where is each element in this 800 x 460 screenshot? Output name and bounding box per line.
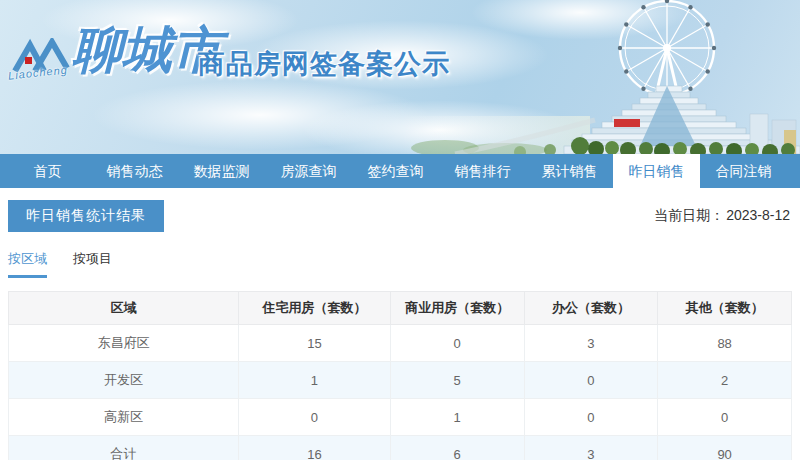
nav-item[interactable]: 昨日销售 <box>613 154 700 188</box>
site-title: 商品房网签备案公示 <box>198 46 450 82</box>
table-cell: 88 <box>658 325 792 362</box>
tab[interactable]: 按项目 <box>73 250 112 278</box>
table-header-cell: 其他（套数） <box>658 292 792 325</box>
table-cell: 0 <box>239 399 391 436</box>
table-row: 高新区0100 <box>9 399 792 436</box>
current-date-label: 当前日期： <box>654 207 724 223</box>
table-header-row: 区域住宅用房（套数）商业用房（套数）办公（套数）其他（套数） <box>9 292 792 325</box>
table-cell: 0 <box>390 325 524 362</box>
table-cell: 90 <box>658 436 792 460</box>
table-header-cell: 商业用房（套数） <box>390 292 524 325</box>
nav-item[interactable]: 销售排行 <box>439 154 526 188</box>
table-cell: 高新区 <box>9 399 239 436</box>
nav-item[interactable]: 房源查询 <box>265 154 352 188</box>
tab[interactable]: 按区域 <box>8 250 47 278</box>
table-header-cell: 办公（套数） <box>524 292 658 325</box>
nav-item[interactable]: 合同注销 <box>700 154 787 188</box>
nav-item[interactable]: 累计销售 <box>526 154 613 188</box>
nav-item[interactable]: 首页 <box>4 154 91 188</box>
table-cell: 3 <box>524 436 658 460</box>
table-cell: 1 <box>239 362 391 399</box>
table-cell: 6 <box>390 436 524 460</box>
ferris-wheel-illustration <box>400 0 800 154</box>
table-cell: 合计 <box>9 436 239 460</box>
table-cell: 0 <box>524 399 658 436</box>
view-tabs: 按区域按项目 <box>8 250 800 278</box>
nav-item[interactable]: 数据监测 <box>178 154 265 188</box>
table-cell: 15 <box>239 325 391 362</box>
table-header-cell: 住宅用房（套数） <box>239 292 391 325</box>
page: Liaocheng 聊城市 商品房网签备案公示 首页销售动态数据监测房源查询签约… <box>0 0 800 460</box>
table-cell: 2 <box>658 362 792 399</box>
table-row: 合计166390 <box>9 436 792 460</box>
section-title-badge: 昨日销售统计结果 <box>8 200 164 232</box>
table-cell: 16 <box>239 436 391 460</box>
table-cell: 东昌府区 <box>9 325 239 362</box>
nav-item[interactable]: 销售动态 <box>91 154 178 188</box>
current-date: 当前日期：2023-8-12 <box>652 207 790 225</box>
table-cell: 0 <box>658 399 792 436</box>
table-header-cell: 区域 <box>9 292 239 325</box>
nav-item[interactable]: 签约查询 <box>352 154 439 188</box>
table-body: 东昌府区150388开发区1502高新区0100合计166390 <box>9 325 792 460</box>
table-cell: 0 <box>524 362 658 399</box>
table-cell: 1 <box>390 399 524 436</box>
table-cell: 3 <box>524 325 658 362</box>
content-area: 昨日销售统计结果 当前日期：2023-8-12 按区域按项目 区域住宅用房（套数… <box>0 188 800 460</box>
main-nav: 首页销售动态数据监测房源查询签约查询销售排行累计销售昨日销售合同注销 <box>0 154 800 188</box>
header-banner: Liaocheng 聊城市 商品房网签备案公示 <box>0 0 800 154</box>
sales-table: 区域住宅用房（套数）商业用房（套数）办公（套数）其他（套数） 东昌府区15038… <box>8 291 792 460</box>
current-date-value: 2023-8-12 <box>726 207 790 223</box>
table-row: 东昌府区150388 <box>9 325 792 362</box>
table-cell: 5 <box>390 362 524 399</box>
table-row: 开发区1502 <box>9 362 792 399</box>
table-cell: 开发区 <box>9 362 239 399</box>
